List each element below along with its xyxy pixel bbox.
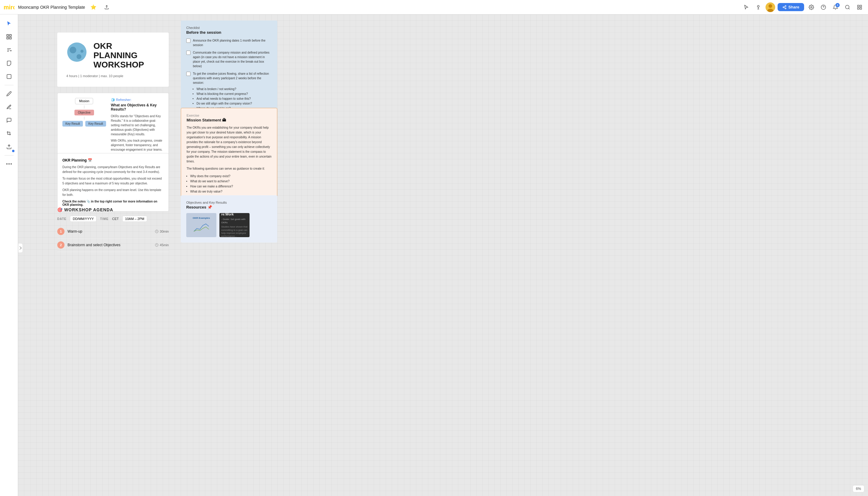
agenda-duration-1: 30min — [155, 230, 169, 233]
agenda-item-1: 1 Warm-up 30min — [57, 225, 169, 238]
topbar-left: miro Mooncamp OKR Planning Template ⭐ — [4, 2, 111, 12]
svg-rect-15 — [6, 35, 9, 36]
refresher-tag: 🧊 Refresher: — [111, 98, 164, 102]
favorite-icon[interactable]: ⭐ — [89, 2, 98, 12]
refresher-text2: With OKRs, you track progress, create al… — [111, 138, 164, 152]
svg-text:miro: miro — [4, 4, 14, 11]
agenda-date-value[interactable]: DD/MM/YYYY — [70, 216, 96, 222]
upload-dot — [12, 150, 14, 152]
diagram-kr-2: Key Result — [85, 121, 106, 127]
checklist-item-1: Announce the OKR planning dates 1 month … — [186, 38, 272, 47]
okr-info-text2: To maintain focus on the most critical o… — [62, 176, 164, 186]
agenda-time-label: TIME — [100, 217, 108, 221]
workshop-subtitle: 4 hours | 1 moderator | max. 10 people — [66, 74, 160, 78]
mission-heading: Mission Statement 🏔 — [187, 118, 272, 122]
agenda-cet: CET — [112, 217, 119, 221]
diagram-line-2 — [84, 117, 84, 120]
bullet-3: And what needs to happen to solve this? — [197, 96, 272, 101]
expand-sidebar-button[interactable] — [18, 243, 23, 248]
refresher-text1: OKRs stands for "Objectives and Key Resu… — [111, 114, 164, 137]
diagram-mission: Mission — [75, 98, 93, 104]
workshop-card: OKR PLANNING WORKSHOP 4 hours | 1 modera… — [57, 33, 169, 87]
agenda-section: 🎯 WORKSHOP AGENDA DATE DD/MM/YYYY TIME C… — [57, 207, 169, 248]
okr-diagram-section: Mission Objective Key Result Key Result … — [57, 93, 169, 157]
resources-heading: Resources 📌 — [186, 205, 272, 210]
refresher-heading: What are Objectives & Key Results? — [111, 103, 164, 111]
agenda-item-2: 2 Brainstorm and select Objectives 45min — [57, 238, 169, 248]
diagram-kr-row: Key Result Key Result — [62, 121, 106, 127]
svg-rect-17 — [6, 37, 9, 39]
miro-logo[interactable]: miro — [4, 4, 14, 11]
canvas: OKR PLANNING WORKSHOP 4 hours | 1 modera… — [18, 14, 434, 248]
comment-tool[interactable] — [3, 114, 15, 126]
frames-tool[interactable] — [3, 31, 15, 43]
resources-card: Objectives and Key Results Resources 📌 O… — [181, 195, 277, 243]
agenda-date-label: DATE — [57, 217, 66, 221]
diagram-objective: Objective — [75, 110, 94, 115]
checkbox-2[interactable] — [186, 51, 190, 55]
svg-point-20 — [6, 163, 7, 165]
cursor-tool[interactable] — [3, 17, 15, 30]
agenda-title: 🎯 WORKSHOP AGENDA — [57, 207, 169, 212]
okr-info-title: OKR Planning 📅 — [62, 158, 164, 162]
bullet-1: What is broken / not working? — [197, 87, 272, 92]
crop-tool[interactable] — [3, 127, 15, 140]
checklist-heading: Before the session — [186, 30, 272, 35]
svg-rect-16 — [9, 35, 11, 36]
mission-bullet-1: Why does the company exist? — [190, 174, 272, 179]
okr-info-text3: OKR planning happens on the company and … — [62, 188, 164, 197]
workshop-logo — [66, 42, 88, 63]
share-upload-icon[interactable] — [102, 2, 111, 12]
bullet-4: Do we still align with the company visio… — [197, 101, 272, 106]
agenda-item-name-2: Brainstorm and select Objectives — [67, 243, 152, 247]
workshop-header: OKR PLANNING WORKSHOP — [66, 42, 160, 69]
mission-bullet-2: What do we want to achieve? — [190, 179, 272, 184]
checkbox-3[interactable] — [186, 72, 190, 76]
mission-bullet-3: How can we make a difference? — [190, 184, 272, 189]
svg-point-21 — [9, 163, 10, 165]
upload-tool[interactable] — [3, 141, 15, 153]
svg-rect-18 — [9, 37, 11, 39]
checklist-text-1: Announce the OKR planning dates 1 month … — [193, 38, 272, 47]
okr-diagram: Mission Objective Key Result Key Result — [62, 98, 106, 127]
resources-label: Objectives and Key Results — [186, 201, 272, 204]
svg-point-23 — [67, 43, 87, 62]
workshop-title: OKR PLANNING WORKSHOP — [93, 42, 144, 69]
agenda-duration-2: 45min — [155, 243, 169, 247]
left-toolbar — [0, 14, 18, 248]
checkbox-1[interactable] — [186, 38, 190, 43]
checklist-text-2: Communicate the company mission and defi… — [193, 50, 272, 68]
agenda-item-name-1: Warm-up — [67, 229, 152, 234]
checklist-label: Checklist — [186, 26, 272, 30]
sticky-note-tool[interactable] — [3, 57, 15, 69]
more-tool[interactable] — [3, 158, 15, 170]
mission-text1: The OKRs you are establishing for your c… — [187, 125, 272, 164]
document-title[interactable]: Mooncamp OKR Planning Template — [18, 5, 85, 10]
exercise-label: Exercise — [187, 113, 272, 117]
toolbar-divider-1 — [4, 85, 14, 85]
topbar: miro Mooncamp OKR Planning Template ⭐ — [0, 0, 434, 14]
svg-rect-19 — [7, 74, 11, 79]
shape-tool[interactable] — [3, 71, 15, 82]
resource-thumb-2: re:Work - Guide: Set goals with OKRs Stu… — [219, 213, 250, 237]
svg-point-26 — [80, 50, 83, 53]
mission-text2: The following questions can serve as gui… — [187, 166, 272, 171]
highlight-tool[interactable] — [3, 101, 15, 113]
okr-info-text1: During the OKR planning, company/team Ob… — [62, 165, 164, 174]
okr-info-card: OKR Planning 📅 During the OKR planning, … — [57, 153, 169, 212]
agenda-num-2: 2 — [57, 242, 64, 248]
mission-bullet-4: What do we truly value? — [190, 189, 272, 194]
bullet-2: What is blocking the current progress? — [197, 92, 272, 96]
agenda-time-range[interactable]: 10AM – 2PM — [122, 216, 147, 222]
resource-thumb-1: OKR Examples — [186, 213, 216, 237]
pen-tool[interactable] — [3, 88, 15, 100]
resources-grid: OKR Examples re:Work - Guide: Set goals … — [186, 213, 272, 237]
text-tool[interactable] — [3, 44, 15, 56]
agenda-num-1: 1 — [57, 228, 64, 235]
checklist-item-2: Communicate the company mission and defi… — [186, 50, 272, 68]
diagram-kr-1: Key Result — [62, 121, 83, 127]
okr-info-notes: Check the notes 📎 in the top right corne… — [62, 200, 164, 206]
svg-point-24 — [69, 47, 76, 53]
svg-point-22 — [11, 163, 12, 165]
svg-point-25 — [77, 54, 81, 59]
